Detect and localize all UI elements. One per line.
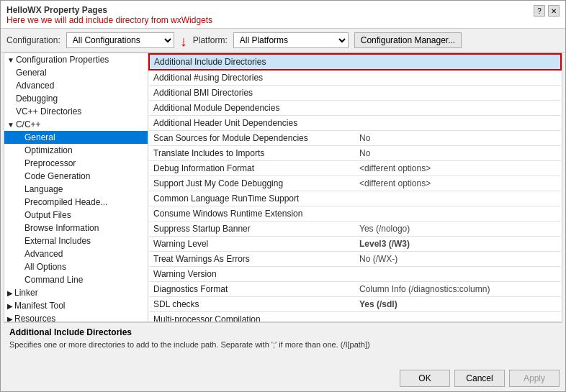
prop-label: Treat Warnings As Errors [149, 252, 355, 267]
title-bar-controls: ? ✕ [534, 5, 560, 17]
prop-value: Level3 (/W3) [355, 237, 561, 252]
prop-value: No [355, 146, 561, 161]
prop-value: <different options> [355, 161, 561, 176]
tree-label-resources: Resources [14, 314, 55, 322]
prop-label: Common Language RunTime Support [149, 191, 355, 206]
description-box: Additional Include Directories Specifies… [4, 322, 562, 365]
table-row[interactable]: Additional #using Directories [149, 70, 561, 86]
tree-item-external-includes[interactable]: External Includes [4, 234, 148, 247]
expand-arrow-resources: ▶ [7, 315, 13, 322]
help-button[interactable]: ? [534, 5, 545, 17]
platform-select[interactable]: All Platforms [233, 32, 349, 48]
tree-item-advanced-cpp[interactable]: Advanced [4, 247, 148, 260]
prop-value: Yes (/nologo) [355, 222, 561, 237]
button-bar: OK Cancel Apply [1, 365, 565, 391]
arrow-annotation: ↓ [180, 34, 187, 48]
tree-item-resources[interactable]: ▶ Resources [4, 312, 148, 322]
prop-value [355, 116, 561, 131]
prop-value: Yes (/sdl) [355, 297, 561, 312]
tree-label-linker: Linker [14, 288, 38, 298]
table-row[interactable]: Additional Module Dependencies [149, 101, 561, 116]
tree-item-output-files[interactable]: Output Files [4, 209, 148, 222]
description-text: Specifies one or more directories to add… [9, 339, 557, 350]
config-select[interactable]: All Configurations [66, 32, 174, 48]
prop-value [355, 86, 561, 101]
prop-label: Debug Information Format [149, 161, 355, 176]
ok-button[interactable]: OK [400, 370, 450, 387]
description-title: Additional Include Directories [9, 327, 557, 337]
prop-label: Support Just My Code Debugging [149, 176, 355, 191]
window-title: HelloWX Property Pages [6, 5, 212, 15]
prop-value [355, 312, 561, 322]
tree-item-vc-dirs[interactable]: VC++ Directories [4, 105, 148, 118]
prop-value [355, 101, 561, 116]
table-row[interactable]: Additional BMI Directories [149, 86, 561, 101]
tree-item-general[interactable]: General [4, 66, 148, 79]
table-row[interactable]: SDL checksYes (/sdl) [149, 297, 561, 312]
config-label: Configuration: [6, 35, 60, 45]
prop-label: SDL checks [149, 297, 355, 312]
tree-item-preprocessor[interactable]: Preprocessor [4, 157, 148, 170]
table-row[interactable]: Suppress Startup BannerYes (/nologo) [149, 222, 561, 237]
prop-label: Scan Sources for Module Dependencies [149, 131, 355, 146]
prop-value [355, 191, 561, 206]
tree-item-linker[interactable]: ▶ Linker [4, 286, 148, 299]
tree-panel: ▼ Configuration Properties General Advan… [4, 53, 148, 322]
tree-item-code-gen[interactable]: Code Generation [4, 170, 148, 183]
expand-arrow-cpp: ▼ [7, 121, 14, 129]
tree-item-config-props[interactable]: ▼ Configuration Properties [4, 53, 148, 66]
expand-arrow-config: ▼ [7, 56, 14, 64]
prop-value [355, 267, 561, 282]
prop-label: Additional #using Directories [149, 70, 355, 86]
prop-label: Warning Version [149, 267, 355, 282]
table-row[interactable]: Diagnostics FormatColumn Info (/diagnost… [149, 282, 561, 297]
prop-value: No (/WX-) [355, 252, 561, 267]
tree-label-cpp: C/C++ [16, 119, 41, 129]
prop-label: Suppress Startup Banner [149, 222, 355, 237]
table-row[interactable]: Warning LevelLevel3 (/W3) [149, 237, 561, 252]
close-button[interactable]: ✕ [548, 5, 560, 17]
expand-arrow-linker: ▶ [7, 289, 13, 297]
cancel-button[interactable]: Cancel [454, 370, 505, 387]
tree-item-cpp[interactable]: ▼ C/C++ [4, 118, 148, 131]
prop-label: Warning Level [149, 237, 355, 252]
prop-value: <different options> [355, 176, 561, 191]
property-pages-window: HelloWX Property Pages Here we we will a… [0, 0, 566, 392]
tree-item-command-line[interactable]: Command Line [4, 273, 148, 286]
tree-item-optimization[interactable]: Optimization [4, 144, 148, 157]
table-row[interactable]: Consume Windows Runtime Extension [149, 206, 561, 222]
table-row[interactable]: Additional Include Directories [149, 54, 561, 70]
tree-item-all-options[interactable]: All Options [4, 260, 148, 273]
prop-label: Additional Include Directories [149, 54, 355, 70]
tree-label-config-props: Configuration Properties [16, 55, 109, 65]
prop-label: Translate Includes to Imports [149, 146, 355, 161]
tree-item-manifest-tool[interactable]: ▶ Manifest Tool [4, 299, 148, 312]
table-row[interactable]: Debug Information Format<different optio… [149, 161, 561, 176]
expand-arrow-manifest: ▶ [7, 302, 13, 310]
main-content: ▼ Configuration Properties General Advan… [4, 53, 562, 322]
tree-item-cpp-general[interactable]: General [4, 131, 148, 144]
table-row[interactable]: Warning Version [149, 267, 561, 282]
prop-label: Additional Header Unit Dependencies [149, 116, 355, 131]
prop-value [355, 54, 561, 70]
table-row[interactable]: Additional Header Unit Dependencies [149, 116, 561, 131]
apply-button[interactable]: Apply [509, 370, 560, 387]
table-row[interactable]: Multi-processor Compilation [149, 312, 561, 322]
table-row[interactable]: Scan Sources for Module DependenciesNo [149, 131, 561, 146]
platform-label: Platform: [193, 35, 228, 45]
title-bar-left: HelloWX Property Pages Here we we will a… [6, 5, 212, 25]
tree-item-precompiled[interactable]: Precompiled Heade... [4, 196, 148, 209]
table-row[interactable]: Support Just My Code Debugging<different… [149, 176, 561, 191]
prop-value [355, 70, 561, 86]
tree-item-browse-info[interactable]: Browse Information [4, 222, 148, 234]
annotation-text: Here we we will add include directory fr… [6, 15, 212, 25]
table-row[interactable]: Translate Includes to ImportsNo [149, 146, 561, 161]
config-manager-button[interactable]: Configuration Manager... [354, 32, 462, 48]
tree-item-debugging[interactable]: Debugging [4, 92, 148, 105]
tree-item-advanced-top[interactable]: Advanced [4, 79, 148, 92]
props-panel: Additional Include DirectoriesAdditional… [148, 53, 562, 322]
table-row[interactable]: Treat Warnings As ErrorsNo (/WX-) [149, 252, 561, 267]
table-row[interactable]: Common Language RunTime Support [149, 191, 561, 206]
tree-item-language[interactable]: Language [4, 183, 148, 196]
config-bar: Configuration: All Configurations ↓ Plat… [1, 29, 565, 53]
